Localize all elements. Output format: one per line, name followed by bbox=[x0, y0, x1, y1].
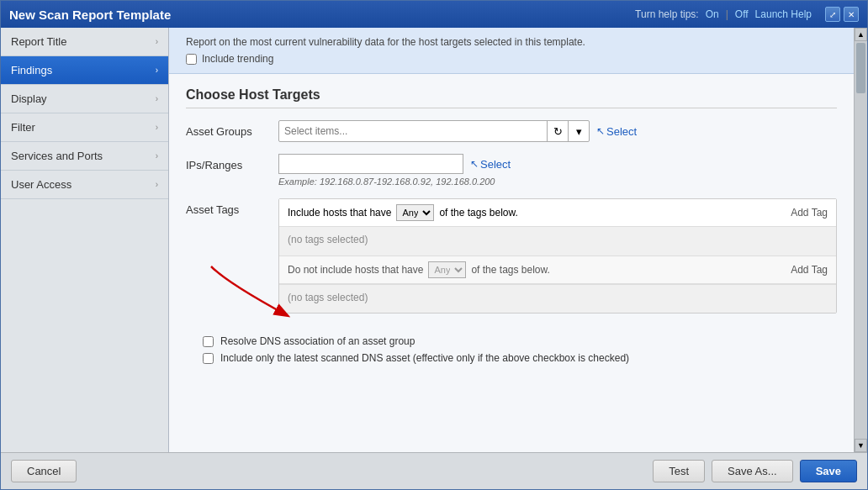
scroll-up-btn[interactable]: ▲ bbox=[855, 28, 867, 41]
content-area: Report Title › Findings › Display › Filt… bbox=[1, 28, 867, 452]
tags-section: Include hosts that have Any All of the t… bbox=[278, 198, 837, 313]
asset-groups-label: Asset Groups bbox=[186, 120, 278, 138]
sidebar-label-services-and-ports: Services and Ports bbox=[11, 150, 103, 162]
chevron-icon-report-title: › bbox=[156, 37, 158, 46]
include-text2: of the tags below. bbox=[439, 207, 517, 219]
exclude-tags-empty: (no tags selected) bbox=[279, 284, 836, 313]
asset-groups-input[interactable] bbox=[279, 121, 547, 141]
exclude-text2: of the tags below. bbox=[471, 264, 549, 276]
exclude-add-tag-link[interactable]: Add Tag bbox=[791, 264, 828, 276]
sidebar-item-filter[interactable]: Filter › bbox=[1, 113, 168, 142]
help-separator: | bbox=[726, 8, 728, 20]
save-as-button[interactable]: Save As... bbox=[712, 460, 793, 482]
test-button[interactable]: Test bbox=[653, 460, 705, 482]
ips-ranges-field: ↖ Select Example: 192.168.0.87-192.168.0… bbox=[278, 154, 837, 187]
ips-cursor-icon: ↖ bbox=[470, 158, 479, 170]
resolve-dns-label: Resolve DNS association of an asset grou… bbox=[220, 335, 415, 347]
ips-ranges-select-link[interactable]: ↖ Select bbox=[470, 158, 511, 171]
sidebar-label-filter: Filter bbox=[11, 121, 35, 134]
combo-dropdown-btn[interactable]: ▾ bbox=[568, 121, 589, 141]
sidebar-label-findings: Findings bbox=[11, 64, 52, 76]
asset-tags-field: Include hosts that have Any All of the t… bbox=[278, 198, 837, 313]
scroll-down-btn[interactable]: ▼ bbox=[855, 439, 867, 452]
content-scroll[interactable]: Report on the most current vulnerability… bbox=[169, 28, 854, 452]
include-any-select[interactable]: Any All bbox=[396, 204, 434, 221]
include-latest-dns-row: Include only the latest scanned DNS asse… bbox=[203, 352, 820, 364]
asset-groups-row: Asset Groups ↻ ▾ bbox=[186, 120, 837, 142]
asset-groups-field: ↻ ▾ ↖ Select bbox=[278, 120, 837, 142]
scrollbar[interactable]: ▲ ▼ bbox=[854, 28, 867, 452]
include-tags-header: Include hosts that have Any All of the t… bbox=[279, 199, 836, 227]
sidebar-label-report-title: Report Title bbox=[11, 35, 66, 48]
dns-checkboxes-section: Resolve DNS association of an asset grou… bbox=[186, 325, 837, 377]
asset-groups-select-link[interactable]: ↖ Select bbox=[596, 125, 637, 138]
sidebar-label-display: Display bbox=[11, 92, 47, 105]
include-trending-row: Include trending bbox=[186, 53, 837, 65]
ips-ranges-input[interactable] bbox=[278, 154, 463, 174]
scroll-thumb bbox=[856, 43, 865, 93]
sidebar-item-services-and-ports[interactable]: Services and Ports › bbox=[1, 142, 168, 171]
include-latest-dns-checkbox[interactable] bbox=[203, 353, 214, 364]
include-trending-checkbox[interactable] bbox=[186, 54, 197, 65]
ips-ranges-label: IPs/Ranges bbox=[186, 154, 278, 171]
asset-groups-combo[interactable]: ↻ ▾ bbox=[278, 120, 590, 142]
combo-refresh-btn[interactable]: ↻ bbox=[547, 121, 568, 141]
title-bar: New Scan Report Template Turn help tips:… bbox=[1, 1, 867, 28]
asset-tags-label: Asset Tags bbox=[186, 198, 278, 216]
include-latest-dns-label: Include only the latest scanned DNS asse… bbox=[220, 352, 629, 364]
chevron-icon-services-and-ports: › bbox=[156, 151, 158, 161]
chevron-icon-findings: › bbox=[156, 66, 158, 75]
sidebar-label-user-access: User Access bbox=[11, 178, 71, 191]
title-bar-right: Turn help tips: On | Off Launch Help ⤢ ✕ bbox=[635, 7, 859, 22]
sidebar-item-findings[interactable]: Findings › bbox=[1, 56, 168, 85]
cursor-icon: ↖ bbox=[596, 125, 605, 137]
chevron-icon-display: › bbox=[156, 94, 158, 103]
info-bar: Report on the most current vulnerability… bbox=[169, 28, 854, 74]
help-on-link[interactable]: On bbox=[706, 8, 719, 20]
sidebar-item-display[interactable]: Display › bbox=[1, 85, 168, 113]
section-title: Choose Host Targets bbox=[186, 87, 837, 108]
chevron-icon-filter: › bbox=[156, 123, 158, 132]
help-off-link[interactable]: Off bbox=[735, 8, 749, 20]
save-button[interactable]: Save bbox=[800, 460, 857, 482]
ips-input-row: ↖ Select bbox=[278, 154, 837, 174]
resolve-dns-checkbox[interactable] bbox=[203, 336, 214, 347]
resolve-dns-row: Resolve DNS association of an asset grou… bbox=[203, 335, 820, 347]
ips-ranges-row: IPs/Ranges ↖ Select Example: 192.168.0. bbox=[186, 154, 837, 187]
exclude-any-select[interactable]: Any All bbox=[428, 261, 466, 278]
main-content: Report on the most current vulnerability… bbox=[169, 28, 854, 452]
main-section: Choose Host Targets Asset Groups ↻ bbox=[169, 74, 854, 391]
main-window: New Scan Report Template Turn help tips:… bbox=[0, 0, 868, 490]
include-trending-label: Include trending bbox=[202, 53, 273, 65]
bottom-bar: Cancel Test Save As... Save bbox=[1, 452, 867, 489]
sidebar: Report Title › Findings › Display › Filt… bbox=[1, 28, 169, 452]
scroll-area[interactable] bbox=[855, 41, 867, 439]
refresh-icon: ↻ bbox=[551, 124, 564, 138]
info-text: Report on the most current vulnerability… bbox=[186, 36, 585, 48]
include-tags-empty: (no tags selected) bbox=[279, 227, 836, 256]
bottom-right-buttons: Test Save As... Save bbox=[653, 460, 857, 482]
asset-groups-input-row: ↻ ▾ ↖ Select bbox=[278, 120, 837, 142]
launch-help-link[interactable]: Launch Help bbox=[755, 8, 812, 20]
chevron-icon-user-access: › bbox=[156, 180, 158, 189]
exclude-tags-header: Do not include hosts that have Any All o… bbox=[279, 256, 836, 284]
ips-example: Example: 192.168.0.87-192.168.0.92, 192.… bbox=[278, 177, 837, 187]
exclude-text: Do not include hosts that have bbox=[288, 264, 423, 276]
sidebar-item-report-title[interactable]: Report Title › bbox=[1, 28, 168, 56]
help-tips-label: Turn help tips: bbox=[635, 8, 699, 20]
include-text: Include hosts that have bbox=[288, 207, 391, 219]
cancel-button[interactable]: Cancel bbox=[11, 460, 77, 482]
maximize-icon[interactable]: ⤢ bbox=[825, 7, 840, 22]
title-bar-icons: ⤢ ✕ bbox=[825, 7, 859, 22]
dropdown-arrow-icon: ▾ bbox=[572, 124, 585, 138]
close-icon[interactable]: ✕ bbox=[844, 7, 859, 22]
window-title: New Scan Report Template bbox=[9, 8, 171, 22]
asset-tags-row: Asset Tags Include hosts that have Any A… bbox=[186, 198, 837, 313]
add-tag-link[interactable]: Add Tag bbox=[791, 207, 828, 219]
sidebar-item-user-access[interactable]: User Access › bbox=[1, 171, 168, 199]
